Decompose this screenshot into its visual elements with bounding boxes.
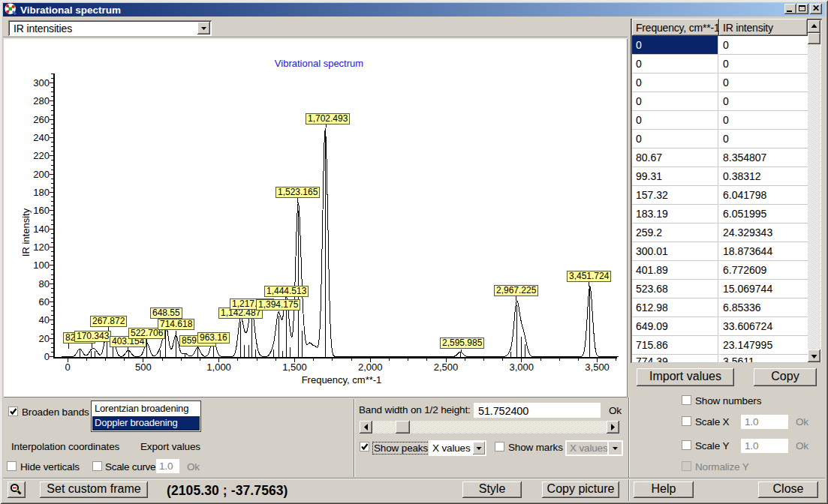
svg-text:Frequency, cm**-1: Frequency, cm**-1 [302,374,382,386]
svg-text:260: 260 [33,114,50,125]
svg-text:1,000: 1,000 [206,362,231,373]
svg-text:0: 0 [65,362,70,373]
svg-text:3,000: 3,000 [510,362,534,373]
svg-text:100: 100 [33,260,50,271]
svg-text:IR intensity: IR intensity [20,208,32,256]
svg-text:500: 500 [135,362,152,373]
svg-text:300: 300 [33,77,50,88]
svg-text:220: 220 [33,150,50,161]
svg-text:0: 0 [44,351,50,362]
svg-text:140: 140 [33,224,50,235]
svg-text:180: 180 [33,187,50,198]
svg-text:240: 240 [33,132,50,143]
svg-text:2,500: 2,500 [434,362,459,373]
svg-text:3,500: 3,500 [585,362,610,373]
svg-text:80: 80 [39,278,50,290]
svg-text:280: 280 [33,95,50,106]
svg-text:2,000: 2,000 [358,362,383,373]
svg-text:120: 120 [33,242,50,253]
svg-text:60: 60 [39,296,50,308]
svg-text:160: 160 [33,205,50,216]
svg-text:200: 200 [33,169,50,180]
svg-text:1,500: 1,500 [282,362,307,373]
svg-text:40: 40 [39,314,50,326]
svg-text:Vibrational spectrum: Vibrational spectrum [275,58,363,69]
svg-text:20: 20 [39,333,50,344]
